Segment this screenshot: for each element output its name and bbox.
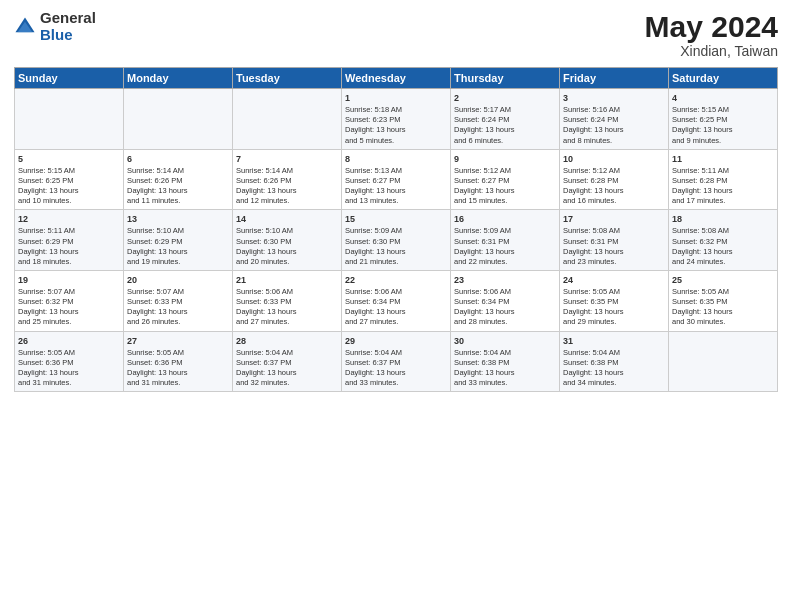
day-number: 16 [454,213,556,225]
day-info-line: Daylight: 13 hours [563,247,623,256]
day-number: 1 [345,92,447,104]
day-number: 13 [127,213,229,225]
day-info-line: Sunset: 6:24 PM [454,115,509,124]
calendar-week-4: 26Sunrise: 5:05 AMSunset: 6:36 PMDayligh… [15,331,778,392]
day-info-line: and 30 minutes. [672,317,725,326]
day-info-line: Sunrise: 5:08 AM [563,226,620,235]
calendar-cell: 7Sunrise: 5:14 AMSunset: 6:26 PMDaylight… [233,149,342,210]
calendar-cell: 9Sunrise: 5:12 AMSunset: 6:27 PMDaylight… [451,149,560,210]
day-info-line: Sunrise: 5:14 AM [236,166,293,175]
day-info-line: Sunset: 6:35 PM [563,297,618,306]
day-info-line: Sunset: 6:37 PM [236,358,291,367]
day-info-line: Sunrise: 5:11 AM [18,226,75,235]
day-info-line: and 22 minutes. [454,257,507,266]
calendar-week-0: 1Sunrise: 5:18 AMSunset: 6:23 PMDaylight… [15,89,778,150]
day-number: 27 [127,335,229,347]
calendar-cell: 6Sunrise: 5:14 AMSunset: 6:26 PMDaylight… [124,149,233,210]
main-title: May 2024 [645,10,778,43]
calendar-cell: 2Sunrise: 5:17 AMSunset: 6:24 PMDaylight… [451,89,560,150]
day-info-line: Sunrise: 5:05 AM [127,348,184,357]
day-number: 24 [563,274,665,286]
day-number: 30 [454,335,556,347]
day-info-line: Sunrise: 5:04 AM [563,348,620,357]
day-info-line: Daylight: 13 hours [454,247,514,256]
day-info-line: and 19 minutes. [127,257,180,266]
title-block: May 2024 Xindian, Taiwan [645,10,778,59]
day-info-line: Sunrise: 5:12 AM [563,166,620,175]
day-info-line: Sunset: 6:25 PM [672,115,727,124]
day-info-line: Daylight: 13 hours [454,186,514,195]
day-info-line: Daylight: 13 hours [18,247,78,256]
day-info-line: Sunset: 6:30 PM [236,237,291,246]
calendar-cell: 22Sunrise: 5:06 AMSunset: 6:34 PMDayligh… [342,270,451,331]
day-number: 14 [236,213,338,225]
day-info-line: and 27 minutes. [236,317,289,326]
day-info-line: and 5 minutes. [345,136,394,145]
calendar-cell [233,89,342,150]
calendar-cell: 29Sunrise: 5:04 AMSunset: 6:37 PMDayligh… [342,331,451,392]
header: General Blue May 2024 Xindian, Taiwan [14,10,778,59]
day-number: 29 [345,335,447,347]
calendar-week-1: 5Sunrise: 5:15 AMSunset: 6:25 PMDaylight… [15,149,778,210]
day-info-line: Sunrise: 5:18 AM [345,105,402,114]
col-thursday: Thursday [451,68,560,89]
day-info-line: Sunset: 6:25 PM [18,176,73,185]
day-info-line: Sunset: 6:27 PM [454,176,509,185]
day-info-line: and 33 minutes. [345,378,398,387]
day-info-line: Sunset: 6:36 PM [18,358,73,367]
day-info-line: Sunset: 6:34 PM [345,297,400,306]
header-row: Sunday Monday Tuesday Wednesday Thursday… [15,68,778,89]
day-info-line: and 10 minutes. [18,196,71,205]
day-info-line: Sunrise: 5:05 AM [563,287,620,296]
day-info-line: Sunset: 6:30 PM [345,237,400,246]
day-info-line: Daylight: 13 hours [563,186,623,195]
day-number: 31 [563,335,665,347]
calendar-cell: 5Sunrise: 5:15 AMSunset: 6:25 PMDaylight… [15,149,124,210]
logo-blue-text: Blue [40,27,96,44]
day-info-line: and 18 minutes. [18,257,71,266]
logo: General Blue [14,10,96,43]
day-info-line: and 27 minutes. [345,317,398,326]
day-info-line: Sunrise: 5:15 AM [18,166,75,175]
day-info-line: Daylight: 13 hours [563,125,623,134]
day-info-line: Sunset: 6:32 PM [672,237,727,246]
day-info-line: Sunrise: 5:14 AM [127,166,184,175]
calendar-cell: 11Sunrise: 5:11 AMSunset: 6:28 PMDayligh… [669,149,778,210]
day-info-line: Sunrise: 5:08 AM [672,226,729,235]
day-info-line: and 32 minutes. [236,378,289,387]
day-number: 3 [563,92,665,104]
day-info-line: Daylight: 13 hours [345,368,405,377]
day-info-line: Sunrise: 5:17 AM [454,105,511,114]
day-info-line: Daylight: 13 hours [127,368,187,377]
col-friday: Friday [560,68,669,89]
day-info-line: Daylight: 13 hours [672,247,732,256]
col-saturday: Saturday [669,68,778,89]
day-info-line: Daylight: 13 hours [18,307,78,316]
day-info-line: Sunset: 6:38 PM [454,358,509,367]
day-info-line: and 16 minutes. [563,196,616,205]
day-info-line: Sunset: 6:32 PM [18,297,73,306]
day-info-line: Sunrise: 5:12 AM [454,166,511,175]
day-info-line: Sunset: 6:37 PM [345,358,400,367]
day-info-line: Sunset: 6:26 PM [127,176,182,185]
day-info-line: Sunrise: 5:06 AM [345,287,402,296]
col-sunday: Sunday [15,68,124,89]
calendar-cell: 10Sunrise: 5:12 AMSunset: 6:28 PMDayligh… [560,149,669,210]
calendar-cell: 20Sunrise: 5:07 AMSunset: 6:33 PMDayligh… [124,270,233,331]
day-number: 5 [18,153,120,165]
day-info-line: Sunrise: 5:10 AM [236,226,293,235]
calendar-cell: 19Sunrise: 5:07 AMSunset: 6:32 PMDayligh… [15,270,124,331]
logo-icon [14,16,36,38]
page: General Blue May 2024 Xindian, Taiwan Su… [0,0,792,612]
day-info-line: Daylight: 13 hours [454,307,514,316]
day-number: 25 [672,274,774,286]
calendar-cell: 15Sunrise: 5:09 AMSunset: 6:30 PMDayligh… [342,210,451,271]
day-info-line: Daylight: 13 hours [454,125,514,134]
day-info-line: Daylight: 13 hours [345,247,405,256]
day-info-line: and 9 minutes. [672,136,721,145]
calendar-cell: 16Sunrise: 5:09 AMSunset: 6:31 PMDayligh… [451,210,560,271]
day-info-line: Sunset: 6:31 PM [563,237,618,246]
day-info-line: and 25 minutes. [18,317,71,326]
day-info-line: and 26 minutes. [127,317,180,326]
logo-text: General Blue [40,10,96,43]
